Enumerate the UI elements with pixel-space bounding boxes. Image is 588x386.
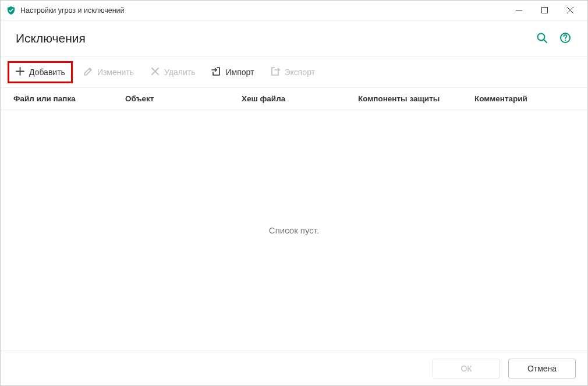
maximize-button[interactable] [532, 2, 557, 19]
import-icon [211, 66, 221, 78]
column-components[interactable]: Компоненты защиты [350, 94, 466, 103]
column-comment[interactable]: Комментарий [466, 94, 587, 103]
search-button[interactable] [535, 31, 549, 45]
edit-button-label: Изменить [97, 68, 134, 77]
column-file-hash[interactable]: Хеш файла [233, 94, 350, 103]
column-object[interactable]: Объект [117, 94, 233, 103]
delete-button-label: Удалить [164, 68, 195, 77]
window-controls [506, 2, 583, 19]
plus-icon [15, 66, 25, 78]
minimize-button[interactable] [506, 2, 532, 19]
add-button-label: Добавить [29, 68, 65, 77]
column-file-or-folder[interactable]: Файл или папка [1, 94, 117, 103]
import-button[interactable]: Импорт [206, 63, 260, 82]
cancel-button[interactable]: Отмена [508, 359, 576, 378]
help-icon [559, 32, 571, 45]
svg-line-5 [544, 40, 547, 43]
pencil-icon [83, 66, 93, 78]
table-body: Список пуст. [1, 110, 587, 350]
svg-rect-1 [541, 8, 547, 13]
toolbar: Добавить Изменить Удалить Импорт Экспорт [1, 56, 587, 88]
window-title: Настройки угроз и исключений [20, 6, 506, 15]
close-button[interactable] [557, 2, 583, 19]
import-button-label: Импорт [225, 68, 254, 77]
export-icon [270, 66, 280, 78]
table-header-row: Файл или папка Объект Хеш файла Компонен… [1, 88, 587, 110]
footer: ОК Отмена [1, 350, 587, 385]
export-button: Экспорт [264, 63, 321, 82]
page-title: Исключения [16, 31, 86, 45]
app-shield-icon [6, 6, 16, 15]
help-button[interactable] [558, 31, 572, 45]
add-button[interactable]: Добавить [8, 61, 73, 83]
export-button-label: Экспорт [284, 68, 315, 77]
page-header: Исключения [1, 20, 587, 56]
empty-list-text: Список пуст. [269, 225, 319, 235]
titlebar: Настройки угроз и исключений [1, 1, 587, 20]
edit-button: Изменить [77, 63, 140, 82]
search-icon [536, 32, 548, 45]
x-icon [150, 66, 160, 78]
ok-button: ОК [433, 359, 500, 378]
svg-point-7 [565, 40, 566, 41]
delete-button: Удалить [144, 63, 201, 82]
